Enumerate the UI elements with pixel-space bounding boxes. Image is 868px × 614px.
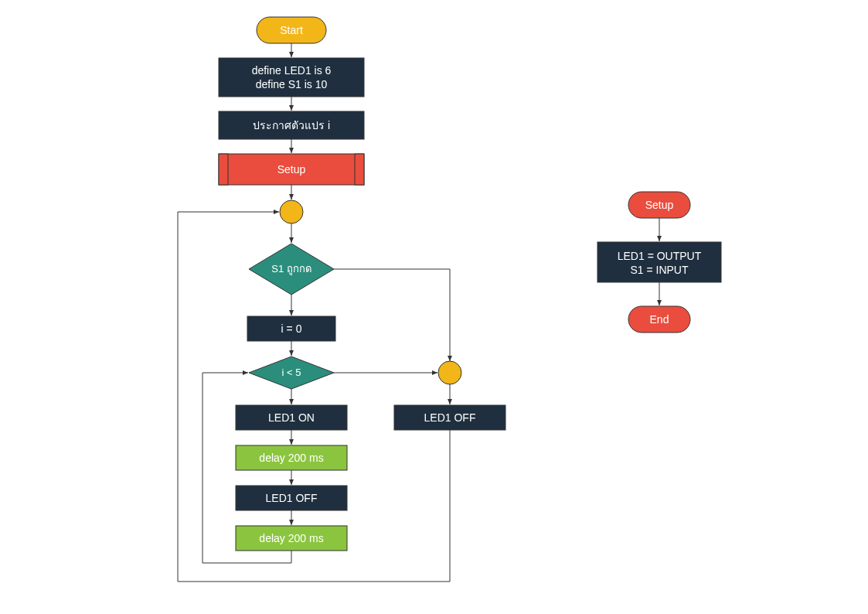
start-label: Start — [280, 24, 303, 36]
led1-off-loop-label: LED1 OFF — [266, 492, 318, 504]
setup-body-line2: S1 = INPUT — [630, 264, 689, 276]
set-i-label: i = 0 — [281, 322, 302, 335]
delay1-label: delay 200 ms — [259, 452, 323, 464]
loop-connector-top — [280, 200, 303, 223]
decision-i5-label: i < 5 — [282, 367, 301, 378]
setup-end-label: End — [650, 313, 669, 326]
define-line1: define LED1 is 6 — [252, 64, 332, 77]
setup-start-label: Setup — [645, 199, 674, 211]
led1-on-label: LED1 ON — [268, 411, 315, 424]
svg-rect-3 — [219, 154, 228, 185]
flowchart-canvas: Start define LED1 is 6 define S1 is 10 ป… — [0, 0, 868, 614]
right-connector — [438, 361, 461, 384]
setup-call-label: Setup — [277, 163, 306, 176]
decision-s1-label: S1 ถูกกด — [271, 263, 311, 275]
svg-rect-4 — [355, 154, 364, 185]
delay2-label: delay 200 ms — [259, 532, 323, 544]
declare-var-label: ประกาศตัวแปร i — [253, 119, 330, 131]
define-line2: define S1 is 10 — [256, 78, 328, 90]
setup-body-line1: LED1 = OUTPUT — [618, 250, 702, 262]
led1-off-right-label: LED1 OFF — [424, 411, 476, 424]
setup-body-box — [597, 242, 721, 282]
